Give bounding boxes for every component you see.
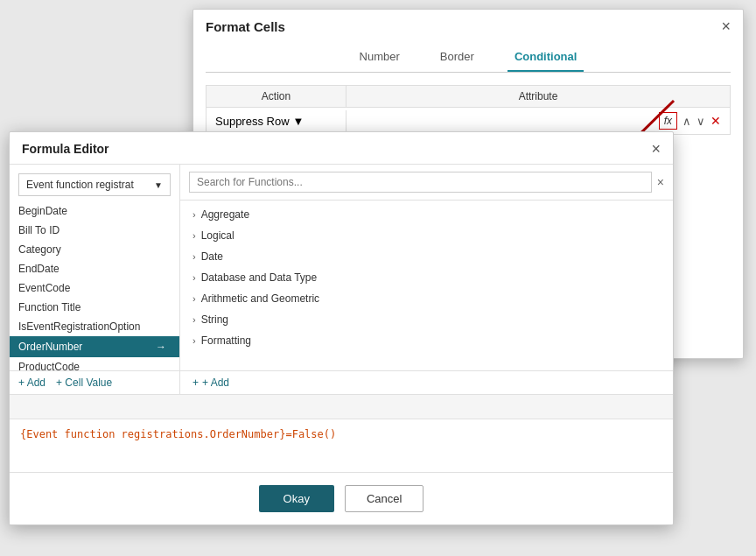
- tab-border[interactable]: Border: [433, 46, 481, 72]
- search-input[interactable]: [189, 172, 652, 193]
- add-function-link[interactable]: + + Add: [180, 370, 673, 394]
- list-item[interactable]: Bill To ID: [10, 221, 179, 240]
- insert-field-button[interactable]: →: [151, 340, 171, 354]
- list-item[interactable]: › Logical: [180, 225, 673, 246]
- add-function-label: + Add: [202, 377, 229, 389]
- formula-editor-close-button[interactable]: ×: [651, 141, 661, 157]
- fe-left-panel: Event function registrat ▼ BeginDate Bil…: [10, 165, 180, 394]
- selected-field-label: OrderNumber: [18, 341, 82, 353]
- chevron-right-icon: ›: [192, 314, 196, 325]
- list-item[interactable]: › Date: [180, 246, 673, 267]
- list-item[interactable]: EndDate: [10, 259, 179, 278]
- function-category-label: Formatting: [201, 334, 251, 347]
- function-category-label: Date: [201, 250, 223, 263]
- list-item[interactable]: Category: [10, 240, 179, 259]
- fe-right-panel: × › Aggregate › Logical › Date › Databas…: [180, 165, 673, 394]
- chevron-right-icon: ›: [192, 209, 196, 220]
- formula-editor-dialog: Formula Editor × Event function registra…: [9, 131, 674, 525]
- formula-editor-buttons: Okay Cancel: [10, 472, 673, 524]
- col-attribute-header: Attribute: [346, 86, 730, 107]
- field-list: BeginDate Bill To ID Category EndDate Ev…: [10, 201, 179, 370]
- formula-editor-body: Event function registrat ▼ BeginDate Bil…: [10, 165, 673, 394]
- function-category-label: Database and Data Type: [201, 271, 318, 284]
- delete-row-button[interactable]: ✕: [710, 114, 721, 128]
- formula-editor-title-bar: Formula Editor ×: [10, 132, 673, 165]
- okay-button[interactable]: Okay: [259, 485, 334, 512]
- field-list-bottom-bar: + Add + Cell Value: [10, 370, 179, 394]
- tab-conditional[interactable]: Conditional: [508, 46, 584, 72]
- dropdown-arrow-icon: ▼: [154, 180, 163, 190]
- table-header: Action Attribute: [206, 85, 731, 108]
- chevron-right-icon: ›: [192, 293, 196, 304]
- chevron-right-icon: ›: [192, 251, 196, 262]
- down-button[interactable]: ∨: [696, 115, 705, 128]
- format-cells-tabs: Number Border Conditional: [206, 41, 731, 73]
- list-item[interactable]: › Aggregate: [180, 204, 673, 225]
- list-item[interactable]: IsEventRegistrationOption: [10, 317, 179, 336]
- format-cells-close-button[interactable]: ×: [721, 18, 731, 34]
- format-cells-title: Format Cells: [206, 19, 285, 34]
- list-item[interactable]: ProductCode: [10, 357, 179, 370]
- search-bar: ×: [180, 165, 673, 201]
- action-value: Suppress Row: [215, 115, 290, 128]
- chevron-right-icon: ›: [192, 272, 196, 283]
- functions-list: › Aggregate › Logical › Date › Database …: [180, 201, 673, 370]
- list-item-selected[interactable]: OrderNumber →: [10, 336, 179, 357]
- add-field-link[interactable]: + Add: [18, 377, 46, 389]
- list-item[interactable]: Function Title: [10, 298, 179, 317]
- list-item[interactable]: › Formatting: [180, 330, 673, 351]
- field-source-dropdown[interactable]: Event function registrat ▼: [18, 173, 171, 196]
- formula-area: {Event function registrations.OrderNumbe…: [10, 394, 673, 472]
- chevron-right-icon: ›: [192, 335, 196, 346]
- list-item[interactable]: EventCode: [10, 278, 179, 298]
- add-cell-value-link[interactable]: + Cell Value: [56, 377, 112, 389]
- list-item[interactable]: BeginDate: [10, 201, 179, 221]
- list-item[interactable]: › Database and Data Type: [180, 267, 673, 288]
- dropdown-label: Event function registrat: [26, 179, 134, 191]
- list-item[interactable]: › String: [180, 309, 673, 330]
- cell-action: Suppress Row ▼: [206, 110, 346, 132]
- cancel-button[interactable]: Cancel: [345, 485, 424, 512]
- formula-input-bar: [10, 395, 673, 419]
- format-cells-title-bar: Format Cells ×: [193, 10, 743, 41]
- formula-text[interactable]: {Event function registrations.OrderNumbe…: [10, 419, 673, 472]
- function-category-label: Aggregate: [201, 208, 249, 221]
- plus-icon: +: [192, 377, 199, 389]
- function-category-label: Arithmetic and Geometric: [201, 292, 319, 305]
- cell-attribute: fx ∧ ∨ ✕: [346, 108, 730, 134]
- action-dropdown-arrow[interactable]: ▼: [293, 115, 304, 128]
- fx-button[interactable]: fx: [659, 112, 677, 130]
- tab-number[interactable]: Number: [353, 46, 407, 72]
- formula-editor-title: Formula Editor: [22, 142, 109, 156]
- function-category-label: Logical: [201, 229, 234, 242]
- search-close-button[interactable]: ×: [657, 175, 664, 189]
- chevron-right-icon: ›: [192, 230, 196, 241]
- col-action-header: Action: [206, 86, 346, 107]
- function-category-label: String: [201, 313, 228, 326]
- list-item[interactable]: › Arithmetic and Geometric: [180, 288, 673, 309]
- up-button[interactable]: ∧: [682, 115, 691, 128]
